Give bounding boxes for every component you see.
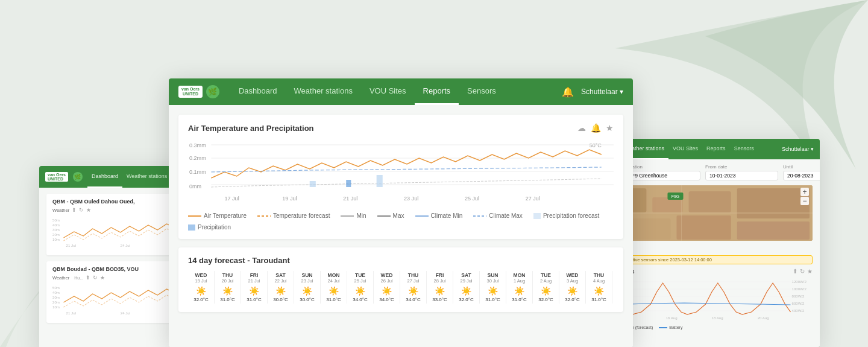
star-icon[interactable]: ★ [86,207,91,213]
day-icon-2: ☀️ [249,286,259,296]
day-temp-8: 34.0°C [406,297,421,302]
main-window: van OersUNITED 🌿 Dashboard Weather stati… [169,78,633,347]
day-icon-13: ☀️ [541,286,551,296]
filter-until-label: Until [783,164,820,170]
main-content: Air Temperature and Precipitation ☁ 🔔 ★ … [169,105,633,347]
forecast-day-16: FRI 5 Aug ☀️ 32.0°C [612,271,614,304]
left-nav-weather[interactable]: Weather stations [122,166,171,188]
chart-title: Air Temperature and Precipitation [188,124,314,133]
nav-sensors[interactable]: Sensors [459,78,505,105]
day-icon-9: ☀️ [435,286,445,296]
logo-text: van OersUNITED [178,86,203,98]
svg-text:24 Jul: 24 Jul [121,244,130,247]
forecast-day-6: TUE 25 Jul ☀️ 34.0°C [347,271,374,304]
svg-text:21 Jul: 21 Jul [66,311,76,315]
share-icon-2[interactable]: ⬆ [86,275,90,281]
forecast-day-5: MON 24 Jul ☀️ 31.0°C [321,271,347,304]
day-date-11: 30 Jul [486,278,498,284]
cloud-icon[interactable]: ☁ [577,123,586,133]
day-temp-4: 30.0°C [300,297,315,302]
user-menu[interactable]: Schuttelaar ▾ [581,88,623,96]
nav-vou-sites[interactable]: VOU Sites [361,78,415,105]
rad-refresh-icon[interactable]: ↻ [800,268,805,275]
day-name-1: THU [222,272,233,278]
air-temp-svg-chart: 0.3mm 0.2mm 0.1mm 0mm 50°C 17 Jul 19 Jul… [188,139,614,205]
chart-legend: Air Temperature Temperature forecast Min… [188,212,614,231]
station-icons-2: ⬆ ↻ ★ [86,275,105,281]
left-nav-dashboard[interactable]: Dashboard [87,166,122,188]
right-user-menu[interactable]: Schuttelaar ▾ [782,146,814,152]
svg-text:20 Aug: 20 Aug [758,316,769,320]
radiation-action-icons: ⬆ ↻ ★ [793,268,813,275]
nav-weather-stations[interactable]: Weather stations [286,78,361,105]
day-date-2: 21 Jul [248,278,260,284]
day-temp-15: 31.0°C [591,297,606,302]
filter-station-label: Station [627,164,700,170]
day-name-3: SAT [275,272,285,278]
notification-bell-icon[interactable]: 🔔 [562,86,574,98]
star-icon[interactable]: ★ [606,123,614,133]
day-temp-12: 31.0°C [512,297,527,302]
svg-rect-15 [310,181,316,187]
legend-min: Min [341,212,366,219]
refresh-icon[interactable]: ↻ [79,207,84,213]
map-zoom-out[interactable]: − [800,197,809,205]
day-icon-6: ☀️ [355,286,365,296]
right-nav-sensors[interactable]: Sensors [730,139,758,159]
legend-precip-forecast-box [533,213,541,219]
legend-precipitation-box [188,224,195,231]
day-name-11: SUN [488,272,498,278]
svg-text:24 Jul: 24 Jul [121,311,130,315]
legend-min-line [341,215,354,217]
day-icon-8: ☀️ [408,286,418,296]
bell-icon[interactable]: 🔔 [591,123,601,133]
day-temp-13: 32.0°C [538,297,553,302]
svg-text:30m: 30m [52,296,60,299]
forecast-day-14: WED 3 Aug ☀️ 32.0°C [559,271,586,304]
nav-reports[interactable]: Reports [415,78,459,105]
forecast-day-10: SAT 29 Jul ☀️ 32.0°C [453,271,480,304]
day-name-14: WED [567,272,579,278]
svg-text:27 Jul: 27 Jul [526,196,540,202]
rad-share-icon[interactable]: ⬆ [793,268,797,275]
day-date-4: 23 Jul [301,278,313,284]
refresh-icon-2[interactable]: ↻ [93,275,98,281]
nav-dashboard[interactable]: Dashboard [230,78,286,105]
svg-text:50°C: 50°C [590,142,602,148]
svg-text:0mm: 0mm [189,183,201,189]
logo-icon: 🌿 [206,85,219,98]
right-nav-reports[interactable]: Reports [702,139,730,159]
rad-star-icon[interactable]: ★ [807,268,813,275]
filter-until-input[interactable] [783,171,820,180]
day-date-8: 27 Jul [407,278,419,284]
forecast-day-12: MON 1 Aug ☀️ 31.0°C [506,271,533,304]
day-icon-4: ☀️ [302,286,312,296]
forecast-day-1: THU 20 Jul ☀️ 31.0°C [215,271,241,304]
svg-text:20m: 20m [52,301,60,304]
day-icon-5: ☀️ [329,286,339,296]
svg-rect-44 [737,188,810,218]
day-icon-12: ☀️ [514,286,524,296]
star-icon-2[interactable]: ★ [100,275,105,281]
forecast-day-7: WED 26 Jul ☀️ 34.0°C [374,271,400,304]
svg-rect-43 [689,191,731,212]
legend-temp-forecast-line [257,215,271,217]
day-temp-0: 32.0°C [193,297,209,302]
day-date-10: 29 Jul [460,278,472,284]
day-name-12: MON [514,272,526,278]
day-temp-11: 31.0°C [485,297,500,302]
station-icons-1: ⬆ ↻ ★ [72,207,91,213]
forecast-day-2: FRI 21 Jul ☀️ 31.0°C [241,271,268,304]
filter-station-input[interactable] [627,171,700,180]
share-icon[interactable]: ⬆ [72,207,77,213]
day-name-0: WED [195,272,207,278]
filter-from-input[interactable] [705,171,778,180]
legend-climate-max-line [473,215,486,217]
day-date-12: 1 Aug [514,278,525,284]
day-name-5: MON [328,272,340,278]
map-zoom-in[interactable]: + [800,188,809,196]
svg-rect-47 [676,215,731,240]
day-temp-9: 33.0°C [432,297,447,302]
right-nav-vou[interactable]: VOU Sites [668,139,702,159]
day-icon-7: ☀️ [382,286,392,296]
